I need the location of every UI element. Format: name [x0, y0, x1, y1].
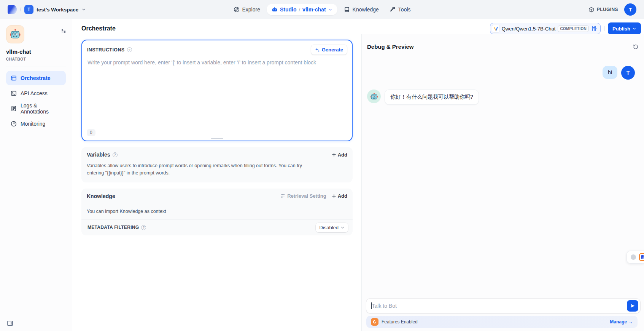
chevron-down-icon	[328, 8, 332, 12]
page-header: Orchestrate Qwen/Qwen1.5-7B-Chat COMPLET…	[72, 19, 644, 34]
hammer-icon	[390, 6, 396, 13]
user-message-bubble: hi	[603, 66, 617, 79]
sidebar-item-label: API Access	[21, 90, 48, 96]
studio-label: Studio	[280, 6, 297, 13]
robot-icon	[272, 6, 278, 13]
debug-title: Debug & Preview	[367, 43, 414, 50]
plugins-button[interactable]: PLUGINS	[588, 7, 618, 13]
app-settings-button[interactable]	[61, 28, 67, 34]
manage-features-link[interactable]: Manage →	[610, 319, 633, 325]
arrow-right-icon: →	[628, 319, 633, 325]
workspace-name: test's Workspace	[37, 7, 78, 13]
knowledge-title: Knowledge	[87, 193, 115, 199]
top-nav: / T test's Workspace Explore Studio / vl…	[0, 0, 644, 19]
metadata-filtering-value: Disabled	[319, 225, 339, 230]
generate-button[interactable]: Generate	[311, 45, 347, 55]
sidebar-item-monitoring[interactable]: Monitoring	[6, 117, 66, 131]
app-name: vllm-chat	[6, 48, 69, 55]
nav-item-studio[interactable]: Studio / vllm-chat	[267, 4, 337, 15]
workspace-avatar: T	[24, 5, 33, 14]
publish-label: Publish	[612, 26, 630, 32]
robot-emoji-icon	[370, 93, 378, 101]
knowledge-header: Knowledge Retrieval Setting	[81, 189, 353, 204]
plus-icon	[332, 152, 336, 157]
app-icon[interactable]	[6, 25, 24, 43]
sidebar-item-label: Monitoring	[21, 121, 45, 127]
nav-item-label: Knowledge	[353, 6, 379, 13]
config-panel: INSTRUCTIONS ? Generate Write your promp…	[72, 34, 361, 331]
sidebar-item-label: Logs & Annotations	[21, 102, 61, 115]
app-info-row	[6, 25, 69, 43]
workspace-switcher[interactable]: T test's Workspace	[24, 5, 86, 14]
dify-logo[interactable]	[8, 5, 17, 14]
help-icon[interactable]: ?	[127, 47, 132, 52]
restart-conversation-button[interactable]	[633, 44, 639, 50]
sidebar-item-orchestrate[interactable]: Orchestrate	[6, 71, 66, 85]
resize-handle[interactable]	[211, 138, 223, 139]
nav-center: Explore Studio / vllm-chat Knowledge Too…	[229, 0, 415, 19]
robot-emoji-icon	[10, 29, 21, 40]
features-label: Features Enabled	[382, 319, 418, 325]
bot-message-bubble: 你好！有什么问题我可以帮助你吗?	[385, 90, 479, 105]
nav-item-knowledge[interactable]: Knowledge	[340, 4, 383, 15]
help-icon[interactable]: ?	[113, 152, 118, 157]
sparkle-icon	[315, 47, 320, 52]
features-bar: Features Enabled Manage →	[366, 316, 638, 328]
variables-header: Variables ? Add	[81, 147, 353, 162]
prompt-editor[interactable]: Write your prompt word here, enter '{' t…	[82, 58, 352, 123]
bot-avatar	[367, 90, 381, 103]
studio-separator: /	[299, 7, 300, 13]
talk-to-bot-input[interactable]	[372, 303, 624, 309]
nav-item-label: Explore	[242, 6, 260, 13]
dify-mini-icon	[639, 253, 644, 261]
knowledge-description: You can import Knowledge as context	[81, 204, 353, 219]
variables-title: Variables	[87, 152, 110, 158]
nav-item-tools[interactable]: Tools	[385, 4, 415, 15]
paper-plane-icon	[630, 303, 635, 309]
user-message-row: hi T	[367, 66, 635, 80]
retrieval-icon	[280, 193, 285, 198]
terminal-icon	[11, 90, 17, 96]
sidebar: vllm-chat CHATBOT Orchestrate API Access…	[0, 19, 72, 331]
manage-label: Manage	[610, 319, 627, 325]
debug-panel: Debug & Preview hi T	[361, 34, 644, 331]
model-selector[interactable]: Qwen/Qwen1.5-7B-Chat COMPLETION	[490, 23, 601, 34]
window-icon	[11, 75, 17, 81]
plus-icon	[332, 194, 336, 198]
book-icon	[344, 6, 350, 13]
chevron-down-icon	[340, 225, 345, 230]
send-button[interactable]	[627, 300, 638, 312]
model-params-icon[interactable]	[591, 26, 597, 32]
chevron-down-icon	[632, 27, 636, 31]
add-variable-button[interactable]: Add	[332, 152, 347, 158]
sidebar-item-api-access[interactable]: API Access	[6, 86, 66, 101]
char-count: 0	[87, 129, 95, 136]
publish-button[interactable]: Publish	[608, 22, 641, 35]
nav-item-explore[interactable]: Explore	[229, 4, 264, 15]
sidebar-item-label: Orchestrate	[21, 75, 51, 81]
gauge-icon	[11, 121, 17, 127]
help-icon[interactable]: ?	[141, 225, 146, 230]
floating-widget[interactable]	[627, 251, 644, 264]
retrieval-setting-button[interactable]: Retrieval Setting	[280, 193, 326, 199]
model-mode-badge: COMPLETION	[558, 26, 589, 32]
generate-label: Generate	[322, 47, 343, 53]
panels: INSTRUCTIONS ? Generate Write your promp…	[72, 34, 644, 331]
chat-area: hi T	[362, 50, 644, 105]
collapse-sidebar-button[interactable]	[7, 320, 13, 326]
app-type-label: CHATBOT	[6, 57, 69, 61]
sidebar-item-logs-annotations[interactable]: Logs & Annotations	[6, 101, 66, 116]
retrieval-setting-label: Retrieval Setting	[287, 193, 326, 199]
status-dot-icon	[631, 254, 636, 260]
metadata-filtering-dropdown[interactable]: Disabled	[316, 223, 348, 232]
instructions-card: INSTRUCTIONS ? Generate Write your promp…	[81, 40, 353, 141]
nav-right: PLUGINS T	[588, 3, 636, 16]
user-avatar[interactable]: T	[624, 3, 636, 16]
knowledge-card: Knowledge Retrieval Setting	[81, 189, 353, 235]
add-knowledge-button[interactable]: Add	[332, 193, 347, 199]
breadcrumb-separator: /	[20, 6, 21, 13]
sidebar-divider	[6, 67, 66, 67]
metadata-filtering-row: METADATA FILTERING ? Disabled	[81, 219, 353, 235]
app-frame: vllm-chat CHATBOT Orchestrate API Access…	[0, 19, 644, 331]
plugins-label: PLUGINS	[597, 7, 618, 12]
